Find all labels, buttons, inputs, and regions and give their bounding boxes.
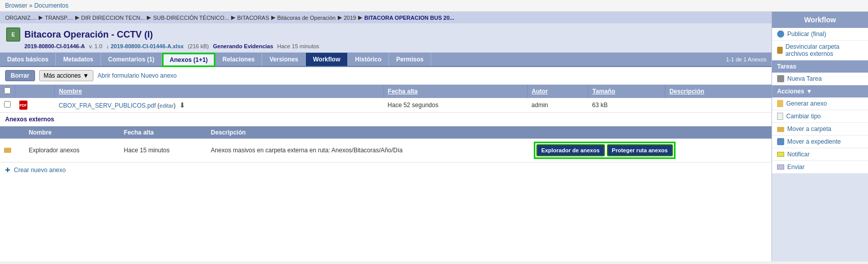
col-fecha: Fecha alta (383, 85, 527, 98)
doc-icon-small (777, 100, 783, 107)
tareas-section-title: Tareas (772, 60, 868, 73)
documentos-link[interactable]: Documentos (34, 2, 68, 9)
edit-link[interactable]: editar (159, 103, 174, 109)
tab-historico[interactable]: Histórico (348, 53, 389, 66)
row-tamano-cell: 63 kB (588, 98, 665, 113)
sidebar-item-publicar[interactable]: Publicar (final) (772, 28, 868, 41)
sort-nombre[interactable]: Nombre (59, 88, 82, 95)
explorador-anexos-button[interactable]: Explorador de anexos (536, 144, 605, 156)
nuevo-anexo-link[interactable]: Abrir formulario Nuevo anexo (98, 72, 177, 79)
ext-col-nombre: Nombre (24, 126, 119, 139)
mas-acciones-label: Más acciones (44, 72, 81, 79)
folder-small-icon (777, 127, 784, 132)
breadcrumb-2019[interactable]: 2019 (344, 15, 356, 21)
type-icon (777, 113, 783, 120)
table-row: PDF CBOX_FRA_SERV_PUBLICOS.pdf (editar) … (0, 98, 771, 113)
folder-unlink-icon (777, 47, 783, 54)
tabs-row: Datos básicos Metadatos Comentarios (1) … (0, 53, 771, 67)
breadcrumb-bitacoras-op[interactable]: Bitácoras de Operación (277, 15, 336, 21)
sidebar-item-mover-carpeta-label: Mover a carpeta (787, 125, 831, 133)
ext-table: Nombre Fecha alta Descripción Explorador… (0, 126, 771, 162)
ext-col-actions (530, 126, 771, 139)
doc-version: v. 1.0 (89, 43, 102, 49)
sidebar-item-notificar-label: Notificar (787, 151, 810, 158)
task-icon (777, 75, 784, 82)
file-link[interactable]: CBOX_FRA_SERV_PUBLICOS.pdf (59, 102, 156, 109)
attachments-table: Nombre Fecha alta Autor Tamaño Descripci… (0, 85, 771, 113)
ext-buttons-container: Explorador de anexos Proteger ruta anexo… (534, 142, 676, 159)
ext-col-desc: Descripción (207, 126, 530, 139)
breadcrumb-organiz[interactable]: ORGANIZ.... (5, 15, 37, 21)
tab-anexos[interactable]: Anexos (1+1) (162, 53, 215, 67)
tab-permisos[interactable]: Permisos (389, 53, 431, 66)
ext-row-icon-cell (0, 139, 24, 162)
create-link-row: ✚ Crear nuevo anexo (0, 162, 771, 178)
row-checkbox[interactable] (4, 101, 11, 108)
doc-file: ↓ 2019-80800-CI-01446-A.xlsx (106, 43, 183, 49)
ext-row-fecha-cell: Hace 15 minutos (120, 139, 207, 162)
doc-size: (216 kB) (188, 43, 209, 49)
browser-link[interactable]: Browser (5, 2, 27, 9)
breadcrumb-dir[interactable]: DIR DIRECCION TECN... (81, 15, 145, 21)
breadcrumb-current: BITACORA OPERACION BUS 20... (364, 15, 454, 21)
col-descripcion: Descripción (665, 85, 771, 98)
row-icon-cell: PDF (15, 98, 55, 113)
crear-nuevo-anexo-link[interactable]: Crear nuevo anexo (14, 167, 66, 174)
sort-fecha[interactable]: Fecha alta (388, 88, 418, 95)
sidebar-item-enviar[interactable]: Enviar (772, 161, 868, 174)
tab-relaciones[interactable]: Relaciones (215, 53, 262, 66)
sidebar-item-generar-anexo[interactable]: Generar anexo (772, 97, 868, 110)
dropdown-arrow-icon: ▼ (83, 72, 89, 79)
plus-icon: ✚ (5, 167, 10, 174)
col-autor: Autor (527, 85, 588, 98)
tab-datos-basicos[interactable]: Datos básicos (0, 53, 56, 66)
doc-header: E Bitacora Operación - CCTV (I) 2019-808… (0, 23, 771, 53)
doc-id: 2019-80800-CI-01446-A (24, 43, 85, 49)
select-all-checkbox[interactable] (4, 87, 11, 94)
sort-tamano[interactable]: Tamaño (592, 88, 615, 95)
doc-title: Bitacora Operación - CCTV (I) (24, 29, 153, 40)
tab-versiones[interactable]: Versiones (262, 53, 306, 66)
doc-status: Generando Evidencias (213, 43, 273, 49)
sidebar-item-nueva-tarea[interactable]: Nueva Tarea (772, 73, 868, 85)
breadcrumb-bitacoras[interactable]: BITACORAS (237, 15, 269, 21)
breadcrumb-sub[interactable]: SUB-DIRECCIÓN TÉCNICO... (153, 15, 229, 21)
browser-bar: Browser » Documentos (0, 0, 868, 12)
ext-row-desc-cell: Anexos masivos en carpeta externa en rut… (207, 139, 530, 162)
acciones-arrow-icon: ▼ (806, 88, 812, 95)
ext-col-fecha: Fecha alta (120, 126, 207, 139)
sidebar-item-mover-carpeta[interactable]: Mover a carpeta (772, 123, 868, 136)
col-icon (15, 85, 55, 98)
breadcrumb: ORGANIZ.... ▶ TRANSP.... ▶ DIR DIRECCION… (0, 12, 771, 23)
row-fecha-cell: Hace 52 segundos (383, 98, 527, 113)
ext-col-icon (0, 126, 24, 139)
tab-metadatos[interactable]: Metadatos (56, 53, 101, 66)
borrar-button[interactable]: Borrar (5, 70, 35, 81)
sidebar-item-nueva-tarea-label: Nueva Tarea (787, 75, 822, 82)
proteger-ruta-button[interactable]: Proteger ruta anexos (607, 144, 673, 156)
tab-comentarios[interactable]: Comentarios (1) (101, 53, 162, 66)
sidebar-item-publicar-label: Publicar (final) (787, 30, 826, 38)
notify-icon (777, 152, 784, 157)
sidebar-item-cambiar-tipo[interactable]: Cambiar tipo (772, 110, 868, 123)
sidebar-item-mover-expediente[interactable]: Mover a expediente (772, 136, 868, 148)
col-checkbox (0, 85, 15, 98)
tab-workflow[interactable]: Workflow (306, 53, 348, 66)
content-area: ORGANIZ.... ▶ TRANSP.... ▶ DIR DIRECCION… (0, 12, 771, 261)
sidebar-item-generar-anexo-label: Generar anexo (786, 100, 827, 107)
doc-meta: 2019-80800-CI-01446-A v. 1.0 ↓ 2019-8080… (6, 43, 765, 49)
folder-icon (4, 148, 11, 153)
sidebar-item-notificar[interactable]: Notificar (772, 148, 868, 161)
sidebar-item-desvincular[interactable]: Desvincular carpeta archivos externos (772, 41, 868, 60)
doc-icon: E (6, 27, 20, 42)
doc-file-link[interactable]: 2019-80800-CI-01446-A.xlsx (111, 43, 184, 49)
globe-icon (777, 30, 784, 38)
toolbar: Borrar Más acciones ▼ Abrir formulario N… (0, 67, 771, 85)
sidebar-item-cambiar-tipo-label: Cambiar tipo (786, 113, 821, 120)
sort-descripcion[interactable]: Descripción (669, 88, 704, 95)
download-icon[interactable]: ⬇ (179, 101, 185, 109)
row-checkbox-cell (0, 98, 15, 113)
mas-acciones-button[interactable]: Más acciones ▼ (39, 70, 93, 81)
sort-autor[interactable]: Autor (532, 88, 548, 95)
breadcrumb-transp[interactable]: TRANSP.... (45, 15, 73, 21)
